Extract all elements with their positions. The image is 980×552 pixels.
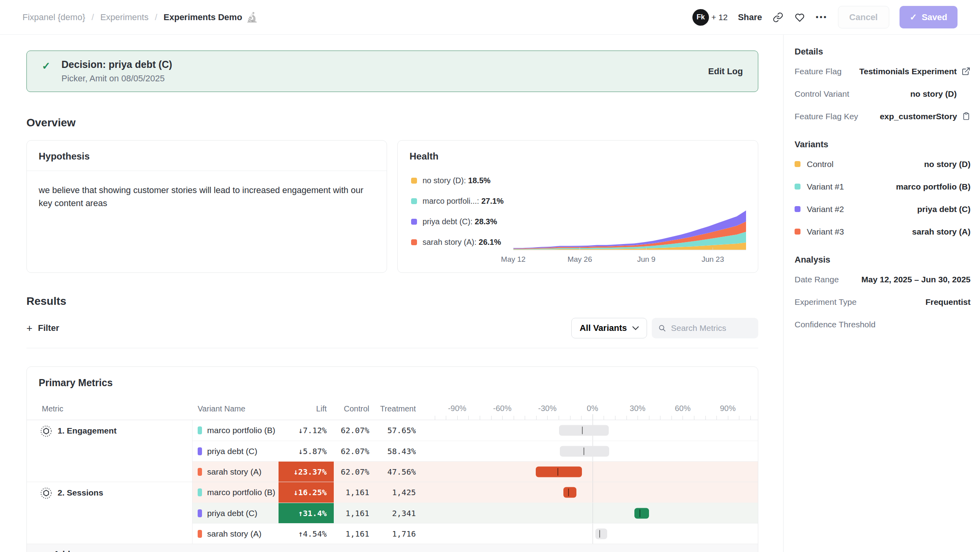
experiment-type-row: Experiment Type Frequentist: [795, 291, 971, 313]
variant-name-cell: priya debt (C): [193, 441, 279, 461]
lift-axis-label: -90%: [448, 404, 466, 413]
variant-row: Variant #1marco portfolio (B): [795, 175, 971, 198]
legend-item: priya debt (C): 28.3%: [411, 217, 504, 226]
metric-variant-row[interactable]: sarah story (A)↓23.37%62.07%47.56%: [193, 461, 758, 482]
metric-variant-row[interactable]: marco portfolio (B)↓16.25%1,1611,425: [193, 482, 758, 503]
saved-button[interactable]: ✓ Saved: [900, 6, 958, 28]
variant-label: Variant #2: [807, 205, 844, 214]
copy-link-icon[interactable]: [772, 12, 784, 23]
variant-swatch: [795, 161, 800, 167]
hypothesis-body: we believe that showing customer stories…: [27, 171, 387, 222]
legend-label: marco portfoli...: 27.1%: [423, 197, 504, 206]
breadcrumb-project[interactable]: Fixpanel {demo}: [22, 12, 85, 23]
lift-cell: ↓23.37%: [279, 462, 334, 482]
zero-line: [593, 462, 593, 482]
stacked-area-chart: [513, 208, 746, 250]
breadcrumb-experiments[interactable]: Experiments: [100, 12, 148, 23]
variant-swatch: [795, 184, 800, 190]
confidence-interval-bar: [560, 446, 610, 456]
treatment-cell: 1,716: [371, 524, 421, 544]
variant-row: Controlno story (D): [795, 153, 971, 175]
control-cell: 62.07%: [334, 441, 371, 461]
variant-name-cell: marco portfolio (B): [193, 420, 279, 441]
metric-variant-row[interactable]: priya debt (C)↓5.87%62.07%58.43%: [193, 441, 758, 461]
feature-flag-row: Feature Flag Testimonials Experiment: [795, 60, 971, 83]
lift-point-tick: [584, 447, 584, 455]
avatar[interactable]: Fk: [692, 9, 709, 26]
metric-icon: [40, 487, 52, 499]
legend-value: 27.1%: [481, 197, 504, 205]
lift-cell: ↑4.54%: [279, 524, 334, 544]
copy-clipboard-icon[interactable]: [962, 112, 971, 121]
primary-metrics-card: Primary Metrics Metric Variant Name Lift…: [26, 366, 758, 552]
table-header: Metric Variant Name Lift Control Treatme…: [27, 399, 758, 420]
zero-line: [593, 524, 593, 544]
hypothesis-card: Hypothesis we believe that showing custo…: [26, 140, 387, 273]
feature-flag-key-row: Feature Flag Key exp_customerStory: [795, 105, 971, 128]
lift-axis-label: 60%: [675, 404, 690, 413]
add-metric-button[interactable]: + Add: [27, 544, 758, 552]
chevron-down-icon: [632, 326, 639, 330]
metric-variant-row[interactable]: marco portfolio (B)↓7.12%62.07%57.65%: [193, 420, 758, 441]
confidence-interval-bar: [559, 425, 608, 436]
lift-axis-label: -60%: [493, 404, 512, 413]
page-title: Experiments Demo: [164, 12, 242, 23]
variant-value: no story (D): [924, 160, 971, 169]
date-range-row: Date Range May 12, 2025 – Jun 30, 2025: [795, 268, 971, 291]
confidence-interval-cell: [432, 524, 758, 544]
variant-value: marco portfolio (B): [896, 182, 971, 192]
decision-check-icon: ✓: [42, 60, 50, 72]
variant-swatch: [198, 447, 202, 455]
health-chart: May 12May 26Jun 9Jun 23: [513, 208, 746, 264]
microscope-emoji: 🔬: [246, 12, 258, 23]
lift-cell: ↓5.87%: [279, 441, 334, 461]
topbar-actions: Fk + 12 Share ••• Cancel ✓ Saved: [692, 6, 958, 28]
health-card: Health no story (D): 18.5%marco portfoli…: [397, 140, 758, 273]
lift-cell: ↑31.4%: [279, 503, 334, 523]
health-title: Health: [398, 141, 758, 171]
treatment-cell: 47.56%: [371, 462, 421, 482]
details-sidebar: Details Feature Flag Testimonials Experi…: [783, 35, 980, 552]
control-variant-value: no story (D): [910, 89, 957, 99]
analysis-heading: Analysis: [795, 255, 971, 265]
lift-point-tick: [599, 530, 600, 537]
x-axis-label: Jun 23: [701, 255, 724, 264]
legend-value: 26.1%: [479, 238, 501, 246]
external-link-icon[interactable]: [961, 67, 971, 76]
legend-swatch: [411, 198, 417, 204]
more-options-button[interactable]: •••: [816, 13, 828, 22]
control-cell: 1,161: [334, 524, 371, 544]
metric-variant-row[interactable]: sarah story (A)↑4.54%1,1611,716: [193, 523, 758, 544]
search-metrics-box: [652, 318, 758, 338]
confidence-interval-cell: [432, 420, 758, 441]
share-button[interactable]: Share: [738, 12, 762, 23]
variant-name-cell: sarah story (A): [193, 462, 279, 482]
variant-row: Variant #2priya debt (C): [795, 198, 971, 220]
metric-group: 2. Sessionsmarco portfolio (B)↓16.25%1,1…: [27, 482, 758, 544]
variant-value: sarah story (A): [912, 227, 971, 237]
lift-axis-label: 90%: [720, 404, 736, 413]
decision-subtitle: Picker, Amit on 08/05/2025: [62, 73, 172, 84]
edit-log-button[interactable]: Edit Log: [708, 66, 743, 77]
metric-cell: 1. Engagement: [27, 420, 193, 482]
lift-axis-label: -30%: [538, 404, 557, 413]
metric-cell: 2. Sessions: [27, 482, 193, 544]
treatment-cell: 1,425: [371, 482, 421, 503]
search-metrics-input[interactable]: [671, 323, 752, 333]
favorite-heart-icon[interactable]: [794, 12, 806, 23]
col-header-control: Control: [334, 404, 371, 420]
cancel-button[interactable]: Cancel: [838, 6, 889, 28]
treatment-cell: 58.43%: [371, 441, 421, 461]
metric-variant-row[interactable]: priya debt (C)↑31.4%1,1612,341: [193, 503, 758, 523]
variant-swatch: [198, 426, 202, 434]
add-filter-button[interactable]: + Filter: [26, 323, 59, 333]
x-axis-label: May 12: [501, 255, 526, 264]
collaborators[interactable]: Fk + 12: [692, 9, 728, 26]
variant-label: Control: [807, 160, 834, 169]
zero-line: [593, 503, 593, 523]
plus-icon: +: [26, 323, 32, 333]
variants-dropdown[interactable]: All Variants: [571, 318, 647, 338]
lift-axis-labels: -90%-60%-30%0%30%60%90%: [432, 404, 758, 413]
confidence-interval-bar: [595, 528, 607, 539]
confidence-interval-bar: [563, 487, 576, 498]
